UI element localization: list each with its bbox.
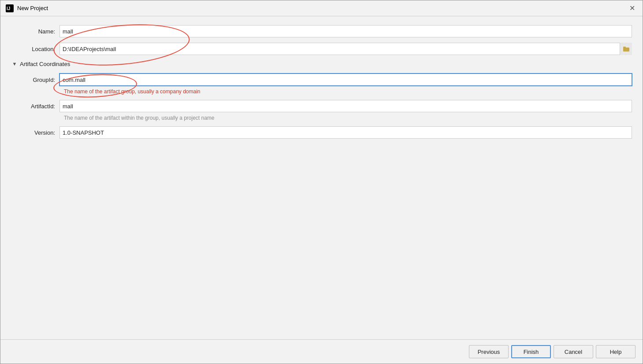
name-row: Name:	[11, 25, 632, 37]
finish-button[interactable]: Finish	[511, 345, 551, 358]
artifact-coordinates-title: Artifact Coordinates	[20, 61, 70, 67]
cancel-button[interactable]: Cancel	[554, 345, 593, 358]
name-input[interactable]	[59, 25, 632, 37]
version-label: Version:	[11, 129, 59, 136]
artifact-id-row: ArtifactId:	[11, 100, 632, 112]
folder-icon	[623, 46, 629, 51]
browse-button[interactable]	[620, 43, 632, 55]
artifact-id-label: ArtifactId:	[11, 103, 59, 110]
artifact-id-hint: The name of the artifact within the grou…	[64, 115, 632, 121]
collapse-arrow-icon[interactable]: ▼	[11, 60, 18, 67]
svg-text:IJ: IJ	[7, 6, 10, 11]
help-button[interactable]: Help	[596, 345, 636, 358]
location-row: Location:	[11, 43, 632, 55]
dialog-footer: Previous Finish Cancel Help	[0, 339, 643, 364]
name-label: Name:	[11, 28, 59, 35]
version-input[interactable]	[59, 126, 632, 139]
artifact-id-input[interactable]	[59, 100, 632, 112]
new-project-dialog: IJ New Project ✕ Name: Location:	[0, 0, 643, 364]
svg-rect-2	[623, 48, 629, 51]
group-id-label: GroupId:	[11, 77, 59, 83]
version-row: Version:	[11, 126, 632, 139]
app-icon: IJ	[6, 4, 14, 12]
location-label: Location:	[11, 46, 59, 52]
svg-rect-3	[623, 47, 626, 48]
group-id-hint: The name of the artifact group, usually …	[64, 88, 632, 95]
title-bar: IJ New Project ✕	[0, 0, 643, 16]
form-content: Name: Location: ▼ Artifact Coordinates	[0, 16, 643, 339]
group-id-input[interactable]	[59, 74, 632, 86]
group-id-row: GroupId:	[11, 74, 632, 86]
artifact-coordinates-section: ▼ Artifact Coordinates	[11, 60, 632, 67]
location-input-wrap	[59, 43, 632, 55]
close-button[interactable]: ✕	[627, 3, 637, 14]
previous-button[interactable]: Previous	[469, 345, 509, 358]
dialog-title: New Project	[17, 5, 623, 11]
location-input[interactable]	[59, 43, 632, 55]
